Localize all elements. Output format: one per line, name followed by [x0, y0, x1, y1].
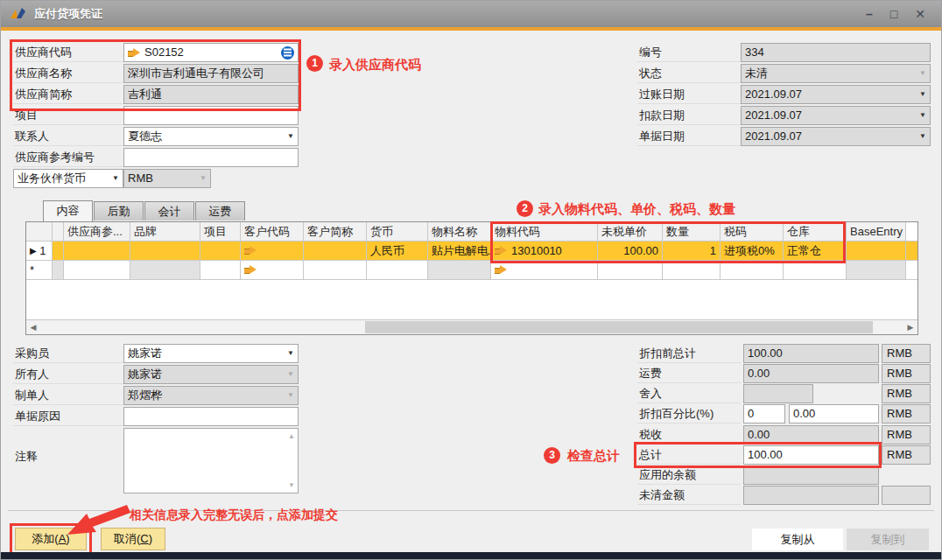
contact-value: 夏德志	[128, 128, 162, 145]
posting-date-dropdown[interactable]: 2021.09.07	[741, 85, 931, 104]
row1-base-entry[interactable]	[847, 242, 906, 261]
col-brand[interactable]: 品牌	[130, 222, 200, 242]
link-arrow-icon[interactable]	[495, 265, 507, 275]
total-before-discount-field: 100.00	[743, 344, 879, 363]
new-row-item-code[interactable]	[491, 261, 598, 280]
row1-item-name[interactable]: 贴片电解电..	[428, 242, 491, 261]
scrollbar-thumb[interactable]	[365, 321, 873, 333]
col-vendor-ref[interactable]: 供应商参...	[64, 222, 130, 242]
tab-freight[interactable]: 运费	[195, 201, 245, 220]
maximize-icon[interactable]: □	[890, 8, 897, 20]
col-currency[interactable]: 货币	[367, 222, 428, 242]
vendor-ref-label: 供应商参考编号	[13, 148, 123, 167]
link-arrow-icon[interactable]	[244, 246, 257, 256]
tax-currency: RMB	[882, 425, 931, 444]
scroll-up-icon[interactable]: ▲	[288, 432, 295, 440]
col-item-name[interactable]: 物料名称	[428, 222, 491, 242]
new-row-vendor-ref[interactable]	[64, 261, 130, 280]
grid-row-1[interactable]: ▶ 1 人民币 贴片电解电.. 13010010 100.00 1 进项税0% …	[26, 242, 917, 261]
copy-to-button[interactable]: 复制到	[847, 528, 929, 550]
new-row-brand	[130, 261, 200, 280]
row1-item-code[interactable]: 13010010	[491, 242, 598, 261]
link-arrow-icon[interactable]	[495, 246, 507, 256]
scroll-down-icon[interactable]: ▼	[288, 481, 295, 489]
link-arrow-icon[interactable]	[244, 265, 257, 275]
minimize-icon[interactable]: –	[866, 8, 873, 20]
grand-total-field[interactable]: 100.00	[743, 445, 879, 465]
col-project[interactable]: 项目	[200, 222, 241, 242]
vendor-shortname-field: 吉利通	[123, 85, 299, 104]
row1-project[interactable]	[200, 242, 241, 261]
vendor-name-field: 深圳市吉利通电子有限公司	[123, 64, 299, 83]
copy-from-button[interactable]: 复制从	[752, 528, 843, 550]
row1-customer-shortname[interactable]	[304, 242, 367, 261]
annotation-step2-number: 2	[517, 200, 533, 217]
total-before-discount-value: 100.00	[748, 345, 783, 362]
new-row-qty[interactable]	[663, 261, 721, 280]
col-warehouse[interactable]: 仓库	[784, 222, 847, 242]
doc-date-dropdown[interactable]: 2021.09.07	[741, 127, 931, 146]
new-row-customer-code[interactable]	[241, 261, 304, 280]
discount-percent-field[interactable]: 0	[743, 404, 785, 424]
new-row-unit-price[interactable]	[598, 261, 663, 280]
row1-tax-code[interactable]: 进项税0%	[721, 242, 784, 261]
bp-currency-selector[interactable]: 业务伙伴货币	[13, 169, 123, 188]
col-base-entry[interactable]: BaseEntry	[847, 222, 906, 242]
doc-date-label: 单据日期	[637, 127, 741, 146]
buyer-dropdown[interactable]: 姚家诺	[123, 344, 299, 363]
row1-qty[interactable]: 1	[663, 242, 721, 261]
doc-reason-field[interactable]	[123, 407, 299, 426]
col-tax-code[interactable]: 税码	[721, 222, 784, 242]
new-row-tax-code[interactable]	[721, 261, 784, 280]
contact-label: 联系人	[13, 127, 123, 146]
col-qty[interactable]: 数量	[663, 222, 721, 242]
choose-from-list-icon[interactable]	[281, 46, 294, 60]
scroll-left-icon[interactable]: ◀	[26, 323, 40, 332]
window-title: 应付贷项凭证	[34, 6, 102, 22]
remarks-textarea[interactable]: ▲ ▼	[123, 428, 299, 494]
new-row-customer-shortname[interactable]	[304, 261, 367, 280]
col-customer-shortname[interactable]: 客户简称	[304, 222, 367, 242]
tab-logistics[interactable]: 后勤	[94, 201, 144, 220]
annotation-step3-number: 3	[544, 447, 560, 464]
vendor-code-field[interactable]: S02152	[123, 43, 299, 62]
discount-percent-value: 0	[748, 405, 754, 423]
new-row-header[interactable]: *	[26, 261, 53, 280]
app-logo-icon	[10, 7, 27, 21]
row1-warehouse[interactable]: 正常仓	[784, 242, 847, 261]
row1-number: 1	[39, 242, 46, 260]
contact-dropdown[interactable]: 夏德志	[123, 127, 299, 146]
tab-accounting[interactable]: 会计	[144, 201, 194, 220]
row1-header[interactable]: ▶ 1	[26, 242, 53, 261]
row1-unit-price[interactable]: 100.00	[598, 242, 663, 261]
col-customer-code[interactable]: 客户代码	[241, 222, 304, 242]
grid-row-new[interactable]: *	[26, 261, 917, 280]
new-row-project[interactable]	[200, 261, 241, 280]
row1-currency[interactable]: 人民币	[367, 242, 428, 261]
grid-horizontal-scrollbar[interactable]: ◀ ▶	[26, 319, 917, 334]
tax-value: 0.00	[748, 426, 770, 444]
project-label: 项目	[13, 106, 123, 125]
bp-currency-value: RMB	[128, 170, 153, 187]
vendor-ref-field[interactable]	[123, 148, 299, 167]
tab-contents[interactable]: 内容	[43, 200, 93, 221]
doc-number-label: 编号	[637, 43, 741, 62]
ap-credit-memo-window: 应付贷项凭证 – □ ✕ 供应商代码 S02152 供应商名称 深圳市吉利通电子…	[0, 0, 942, 560]
project-field[interactable]	[123, 106, 299, 125]
row1-brand[interactable]	[130, 242, 200, 261]
col-item-code[interactable]: 物料代码	[491, 222, 598, 242]
discount-percent-label: 折扣百分比(%)	[637, 404, 741, 424]
doc-reason-label: 单据原因	[13, 407, 123, 426]
new-row-warehouse[interactable]	[784, 261, 847, 280]
discount-amount-field[interactable]: 0.00	[789, 404, 879, 424]
link-arrow-icon[interactable]	[128, 48, 140, 58]
close-icon[interactable]: ✕	[915, 8, 925, 20]
accent-line	[1, 27, 941, 31]
due-date-dropdown[interactable]: 2021.09.07	[741, 106, 931, 125]
row1-customer-code[interactable]	[241, 242, 304, 261]
col-unit-price[interactable]: 未税单价	[598, 222, 663, 242]
row1-vendor-ref[interactable]	[64, 242, 130, 261]
row1-item-code-value: 13010010	[511, 242, 562, 260]
scroll-right-icon[interactable]: ▶	[903, 323, 917, 332]
new-row-currency[interactable]	[367, 261, 428, 280]
